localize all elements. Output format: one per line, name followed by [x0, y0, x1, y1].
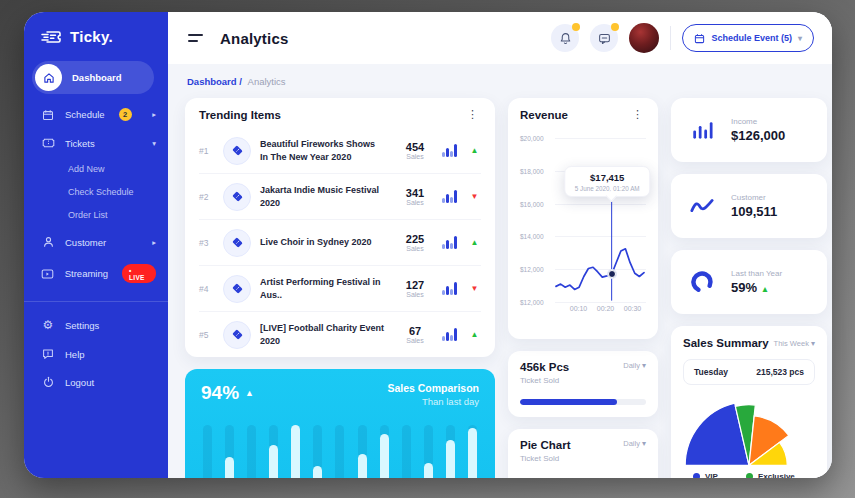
range-label: Daily: [623, 361, 640, 370]
ticket-sold-label: Ticket Sold: [520, 376, 569, 385]
sidebar-item-label: Tickets: [65, 138, 95, 149]
sidebar-item-dashboard[interactable]: Dashboard: [32, 61, 154, 94]
streaming-icon: [41, 268, 55, 280]
event-title: Jakarta Indie Music Festival 2020: [260, 184, 388, 209]
event-ticket-icon: [223, 183, 251, 211]
live-badge: • LIVE: [122, 264, 156, 283]
summary-row[interactable]: Tuesday 215,523 pcs: [683, 359, 815, 385]
content: Dashboard / Analytics Trending Items ⋮ #…: [168, 64, 832, 478]
sales-summary-card: Sales Summary This Week ▾ Tuesday 215,52…: [671, 326, 827, 478]
pie-chart-card: Pie Chart Ticket Sold Daily ▾: [508, 429, 658, 478]
user-icon: [41, 236, 55, 248]
sidebar-item-label: Schedule: [65, 109, 105, 120]
customer-label: Customer: [731, 193, 777, 202]
breadcrumb-separator: /: [239, 76, 242, 87]
menu-toggle-icon[interactable]: [186, 32, 205, 44]
legend-label: VIP: [705, 472, 718, 478]
notifications-button[interactable]: [551, 24, 579, 52]
help-icon: [41, 348, 55, 360]
sidebar-item-schedule[interactable]: Schedule 2 ▸: [24, 100, 168, 129]
comparison-subtitle: Than last day: [387, 396, 479, 407]
submenu-item-add-new[interactable]: Add New: [68, 157, 168, 180]
percent-value: 59%: [731, 280, 757, 295]
trending-row[interactable]: #1 Beautiful Fireworks Shows In The New …: [199, 128, 481, 173]
trend-arrow-icon: ▲: [468, 238, 481, 247]
ticket-progress-bar: [520, 399, 646, 405]
sidebar-item-label: Streaming: [65, 268, 108, 279]
sidebar-item-settings[interactable]: ⚙ Settings: [24, 310, 168, 340]
ticket-sold-value: 456k Pcs: [520, 361, 569, 373]
schedule-event-button[interactable]: Schedule Event (5) ▾: [682, 24, 814, 52]
revenue-tooltip: $17,415 5 June 2020, 01:20 AM: [564, 166, 651, 197]
messages-button[interactable]: [590, 24, 618, 52]
comparison-bar: [313, 425, 322, 478]
sales-summary-title: Sales Summary: [683, 337, 769, 349]
sales-count: 341: [397, 187, 433, 199]
kebab-menu-icon[interactable]: ⋮: [629, 108, 646, 121]
sales-label: Sales: [397, 337, 433, 344]
submenu-item-check-schedule[interactable]: Check Schedule: [68, 180, 168, 203]
daily-dropdown[interactable]: Daily ▾: [623, 361, 646, 370]
chevron-down-icon: ▾: [811, 339, 815, 348]
comparison-bar: [335, 425, 344, 478]
comparison-bar: [291, 425, 300, 478]
mini-bars-icon: [442, 282, 459, 295]
revenue-marker-dot: [608, 270, 616, 278]
daily-dropdown[interactable]: Daily ▾: [623, 439, 646, 448]
comparison-title: Sales Comparison: [387, 382, 479, 394]
chat-icon: [598, 32, 611, 45]
this-week-dropdown[interactable]: This Week ▾: [774, 339, 815, 348]
home-icon: [35, 64, 62, 91]
last-than-year-label: Last than Year: [731, 269, 782, 278]
page-title: Analytics: [220, 30, 289, 47]
range-label: Daily: [623, 439, 640, 448]
legend-dot: [693, 473, 700, 478]
trend-line-icon: [688, 198, 716, 214]
revenue-plot: $17,415 5 June 2020, 01:20 AM: [556, 137, 644, 299]
tooltip-value: $17,415: [575, 172, 640, 183]
revenue-title: Revenue: [520, 109, 568, 121]
breadcrumb-dashboard[interactable]: Dashboard: [187, 76, 237, 87]
ticket-icon: [41, 137, 55, 149]
sales-label: Sales: [397, 245, 433, 252]
trending-row[interactable]: #4 Artist Performing Festival in Aus.. 1…: [199, 265, 481, 311]
legend-item-vip: VIP: [693, 472, 718, 478]
percent-value: 94%: [201, 382, 239, 404]
trending-title: Trending Items: [199, 109, 281, 121]
trending-row[interactable]: #5 [LIVE] Football Charity Event 2020 67…: [199, 311, 481, 357]
sidebar-nav: Dashboard Schedule 2 ▸ Tickets ▾ Add New: [24, 61, 168, 396]
event-title: Live Choir in Sydney 2020: [260, 236, 388, 249]
sidebar-item-customer[interactable]: Customer ▸: [24, 228, 168, 256]
rank-label: #5: [199, 330, 214, 340]
trending-row[interactable]: #2 Jakarta Indie Music Festival 2020 341…: [199, 173, 481, 219]
kebab-menu-icon[interactable]: ⋮: [464, 108, 481, 121]
comparison-bar: [203, 425, 212, 478]
bell-icon: [559, 32, 572, 45]
sidebar-item-logout[interactable]: Logout: [24, 368, 168, 396]
revenue-line: [556, 249, 644, 290]
summary-amount: 215,523 pcs: [756, 367, 804, 377]
up-triangle-icon: ▲: [761, 284, 769, 294]
y-tick: $18,000: [520, 168, 551, 175]
comparison-bars: [203, 425, 477, 478]
sales-comparison-card: 94% ▲ Sales Comparison Than last day: [185, 369, 495, 478]
pie-card-label: Ticket Sold: [520, 454, 571, 463]
up-triangle-icon: ▲: [245, 388, 254, 398]
donut-arc-icon: [688, 270, 716, 294]
customer-value: 109,511: [731, 204, 777, 219]
submenu-item-order-list[interactable]: Order List: [68, 203, 168, 226]
sales-count: 67: [397, 325, 433, 337]
pie-legend: VIP Exclusive: [683, 472, 815, 478]
sidebar-item-tickets[interactable]: Tickets ▾: [24, 129, 168, 157]
revenue-chart-area[interactable]: $20,000 $18,000 $16,000 $14,000 $12,000 …: [520, 135, 646, 299]
comparison-bar: [358, 425, 367, 478]
income-value: $126,000: [731, 128, 785, 143]
legend-dot: [746, 473, 753, 478]
sidebar-item-help[interactable]: Help: [24, 340, 168, 368]
trending-row[interactable]: #3 Live Choir in Sydney 2020 225Sales ▲: [199, 219, 481, 265]
user-avatar[interactable]: [629, 23, 659, 53]
comparison-bar: [468, 425, 477, 478]
sidebar-item-streaming[interactable]: Streaming • LIVE: [24, 256, 168, 291]
trending-items-card: Trending Items ⋮ #1 Beautiful Fireworks …: [185, 98, 495, 357]
event-title: [LIVE] Football Charity Event 2020: [260, 322, 388, 347]
